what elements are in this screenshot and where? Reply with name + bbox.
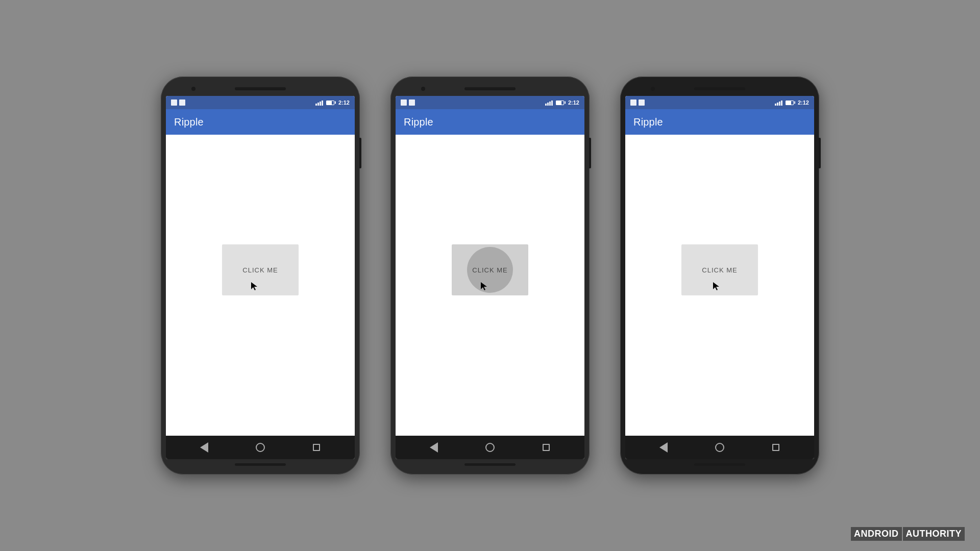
svg-marker-0 (251, 282, 257, 290)
status-time-3: 2:12 (798, 99, 809, 106)
phone-frame-2: 2:12 Ripple CLICK ME (390, 77, 590, 474)
status-time-2: 2:12 (568, 99, 579, 106)
notification-icon-3 (630, 99, 636, 106)
signal-bars-1 (315, 99, 323, 106)
cursor-icon-3 (712, 281, 722, 291)
phone-screen-3: 2:12 Ripple CLICK ME (625, 96, 814, 459)
app-title-3: Ripple (633, 116, 663, 128)
phone-bottom-bar-2 (396, 459, 584, 469)
status-icons-right-2: 2:12 (545, 99, 579, 106)
phone-bottom-notch-3 (694, 463, 745, 466)
app-bar-2: Ripple (396, 109, 584, 135)
phone-1: 2:12 Ripple CLICK ME (161, 77, 360, 474)
status-bar-3: 2:12 (625, 96, 814, 109)
phone-speaker-2 (464, 87, 516, 90)
lock-icon-2 (409, 99, 415, 106)
lock-icon-1 (179, 99, 185, 106)
svg-marker-2 (713, 282, 719, 290)
click-me-label-2: CLICK ME (472, 266, 507, 274)
phone-side-button-2 (589, 138, 591, 168)
notification-icon-2 (401, 99, 407, 106)
click-me-button-1[interactable]: CLICK ME (222, 244, 299, 295)
status-time-1: 2:12 (338, 99, 350, 106)
app-content-2: CLICK ME (396, 135, 584, 436)
nav-recent-2[interactable] (540, 441, 552, 454)
watermark: ANDROID AUTHORITY (851, 527, 965, 541)
signal-bars-3 (775, 99, 782, 106)
signal-bars-2 (545, 99, 553, 106)
phone-bottom-bar-1 (166, 459, 355, 469)
status-icons-left-1 (171, 99, 185, 106)
app-bar-1: Ripple (166, 109, 355, 135)
phone-bottom-bar-3 (625, 459, 814, 469)
app-content-3: CLICK ME (625, 135, 814, 436)
phone-screen-2: 2:12 Ripple CLICK ME (396, 96, 584, 459)
phone-bottom-notch-1 (235, 463, 286, 466)
phone-frame-1: 2:12 Ripple CLICK ME (161, 77, 360, 474)
nav-home-1[interactable] (254, 441, 266, 454)
phone-bottom-notch-2 (464, 463, 516, 466)
phone-3: 2:12 Ripple CLICK ME (620, 77, 819, 474)
lock-icon-3 (639, 99, 645, 106)
nav-recent-1[interactable] (310, 441, 323, 454)
status-bar-2: 2:12 (396, 96, 584, 109)
nav-back-3[interactable] (657, 441, 670, 454)
app-title-1: Ripple (174, 116, 204, 128)
click-me-button-2[interactable]: CLICK ME (452, 244, 528, 295)
status-icons-left-2 (401, 99, 415, 106)
status-icons-right-3: 2:12 (775, 99, 809, 106)
nav-recent-3[interactable] (770, 441, 782, 454)
nav-home-2[interactable] (484, 441, 496, 454)
status-bar-1: 2:12 (166, 96, 355, 109)
battery-icon-3 (786, 101, 794, 105)
nav-bar-3 (625, 436, 814, 459)
phone-side-button-3 (819, 138, 821, 168)
phone-top-bar-3 (625, 82, 814, 96)
phone-top-bar-2 (396, 82, 584, 96)
svg-marker-1 (481, 282, 487, 290)
phone-speaker-3 (694, 87, 745, 90)
phone-camera-1 (191, 87, 195, 91)
nav-bar-1 (166, 436, 355, 459)
nav-home-3[interactable] (714, 441, 726, 454)
app-title-2: Ripple (404, 116, 433, 128)
cursor-icon-2 (480, 281, 490, 291)
status-icons-right-1: 2:12 (315, 99, 350, 106)
phone-2: 2:12 Ripple CLICK ME (390, 77, 590, 474)
nav-bar-2 (396, 436, 584, 459)
phone-camera-3 (651, 87, 655, 91)
click-me-button-3[interactable]: CLICK ME (681, 244, 758, 295)
phone-screen-1: 2:12 Ripple CLICK ME (166, 96, 355, 459)
battery-icon-2 (556, 101, 564, 105)
click-me-label-1: CLICK ME (242, 266, 278, 274)
nav-back-1[interactable] (198, 441, 210, 454)
phone-side-button-1 (359, 138, 361, 168)
phone-top-bar-1 (166, 82, 355, 96)
notification-icon-1 (171, 99, 177, 106)
app-bar-3: Ripple (625, 109, 814, 135)
watermark-authority: AUTHORITY (903, 527, 965, 541)
nav-back-2[interactable] (428, 441, 440, 454)
cursor-icon-1 (250, 281, 260, 291)
battery-icon-1 (326, 101, 334, 105)
phone-camera-2 (421, 87, 425, 91)
app-content-1: CLICK ME (166, 135, 355, 436)
phone-frame-3: 2:12 Ripple CLICK ME (620, 77, 819, 474)
status-icons-left-3 (630, 99, 645, 106)
phone-speaker-1 (235, 87, 286, 90)
watermark-android: ANDROID (851, 527, 902, 541)
click-me-label-3: CLICK ME (702, 266, 737, 274)
